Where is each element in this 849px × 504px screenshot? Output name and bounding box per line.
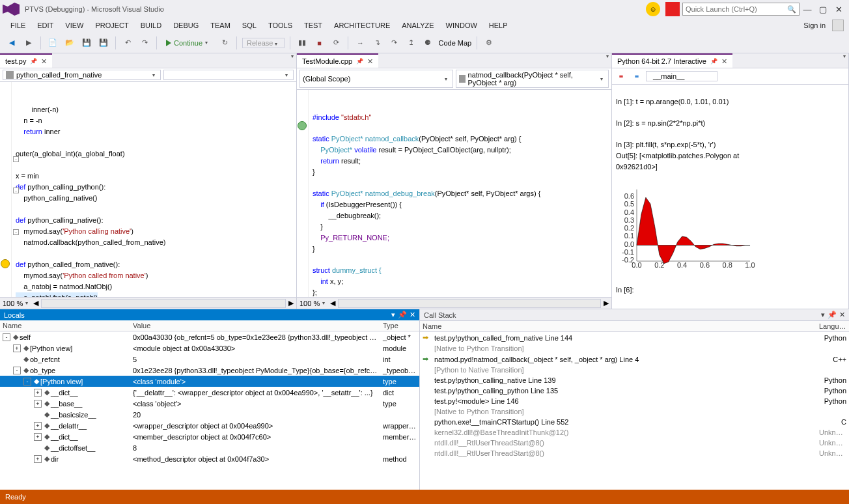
- expand-icon[interactable]: +: [34, 455, 42, 463]
- callstack-row[interactable]: python.exe!__tmainCRTStartup() Line 552C: [420, 417, 849, 427]
- h-scrollbar[interactable]: [338, 299, 601, 308]
- locals-header[interactable]: Name Value Type: [0, 320, 419, 331]
- callstack-row[interactable]: ntdll.dll!__RtlUserThreadStart@8()Unknow…: [420, 438, 849, 448]
- locals-row[interactable]: -◆ self0x00a43030 {ob_refcnt=5 ob_type=0…: [0, 331, 419, 343]
- menu-build[interactable]: BUILD: [135, 20, 167, 31]
- callstack-row[interactable]: ➡natmod.pyd!natmod_callback(_object * se…: [420, 354, 849, 365]
- locals-row[interactable]: +◆ [Python view]<module object at 0x00a4…: [0, 343, 419, 354]
- expand-icon[interactable]: +: [34, 389, 42, 397]
- callstack-row[interactable]: [Native to Python Transition]: [420, 343, 849, 354]
- menu-window[interactable]: WINDOW: [441, 20, 482, 31]
- close-tab-icon[interactable]: ✕: [41, 57, 47, 66]
- member-dropdown[interactable]: natmod_callback(PyObject * self, PyObjec…: [456, 70, 609, 88]
- nav-forward-icon[interactable]: ▶: [22, 36, 35, 49]
- callstack-row[interactable]: test.py!python_calling_native Line 139Py…: [420, 375, 849, 385]
- config-dropdown[interactable]: Release ▾: [242, 38, 285, 48]
- undo-icon[interactable]: ↶: [121, 36, 134, 49]
- callstack-header[interactable]: Name Language: [420, 321, 849, 332]
- stop-icon[interactable]: ■: [313, 36, 326, 49]
- callstack-row[interactable]: [Native to Python Transition]: [420, 406, 849, 417]
- locals-row[interactable]: +◆ __delattr__<wrapper_descriptor object…: [0, 420, 419, 431]
- code-editor[interactable]: inner(-n) n = -n return inner outer(a_gl…: [0, 82, 296, 297]
- expand-icon[interactable]: +: [13, 344, 21, 352]
- menu-view[interactable]: VIEW: [60, 20, 89, 31]
- scope-selector[interactable]: __main__: [646, 71, 717, 81]
- menu-analyze[interactable]: ANALYZE: [397, 20, 439, 31]
- menu-test[interactable]: TEST: [299, 20, 327, 31]
- feedback-smile-icon[interactable]: ☺: [646, 2, 660, 16]
- tab-overflow-icon[interactable]: ▾: [291, 53, 296, 68]
- menu-help[interactable]: HELP: [484, 20, 513, 31]
- expand-icon[interactable]: +: [34, 433, 42, 441]
- pin-icon[interactable]: 📌: [356, 58, 363, 64]
- scroll-right-icon[interactable]: ▶: [288, 299, 294, 307]
- restart-icon[interactable]: ↻: [218, 36, 231, 49]
- callstack-row[interactable]: ntdll.dll!__RtlUserThreadStart@8()Unknow…: [420, 448, 849, 458]
- step-over-icon[interactable]: ↷: [387, 36, 400, 49]
- show-next-statement-icon[interactable]: →: [354, 36, 367, 49]
- code-map-button[interactable]: Code Map: [438, 39, 471, 47]
- close-button[interactable]: ✕: [831, 5, 846, 14]
- close-icon[interactable]: ✕: [839, 311, 845, 319]
- locals-row[interactable]: ◆ __basicsize__20: [0, 409, 419, 420]
- callstack-title-bar[interactable]: Call Stack ▾📌✕: [420, 309, 849, 321]
- pin-icon[interactable]: 📌: [30, 58, 37, 64]
- expand-icon[interactable]: +: [34, 400, 42, 408]
- scroll-left-icon[interactable]: ◀: [33, 299, 38, 307]
- step-into-icon[interactable]: ↴: [370, 36, 383, 49]
- reset-icon[interactable]: ≡: [615, 70, 628, 83]
- locals-grid[interactable]: -◆ self0x00a43030 {ob_refcnt=5 ob_type=0…: [0, 331, 419, 490]
- menu-sql[interactable]: SQL: [237, 20, 262, 31]
- expand-icon[interactable]: -: [23, 378, 31, 385]
- scope-dropdown[interactable]: (Global Scope)▾: [299, 70, 453, 88]
- menu-debug[interactable]: DEBUG: [168, 20, 204, 31]
- pin-icon[interactable]: 📌: [398, 311, 407, 319]
- interactive-console[interactable]: In [1]: t = np.arange(0.0, 1.01, 0.01) I…: [612, 85, 848, 309]
- menu-team[interactable]: TEAM: [205, 20, 236, 31]
- zoom-level[interactable]: 100 %: [299, 300, 320, 307]
- locals-row[interactable]: ◆ __dictoffset__8: [0, 442, 419, 453]
- redo-icon[interactable]: ↷: [138, 36, 151, 49]
- refresh-icon[interactable]: ⟳: [329, 36, 342, 49]
- clear-icon[interactable]: ≡: [630, 70, 643, 83]
- nav-back-icon[interactable]: ◀: [5, 36, 18, 49]
- pin-icon[interactable]: 📌: [828, 311, 837, 319]
- callstack-row[interactable]: kernel32.dll!@BaseThreadInitThunk@12()Un…: [420, 427, 849, 438]
- locals-row[interactable]: +◆ dir<method_descriptor object at 0x004…: [0, 453, 419, 464]
- close-tab-icon[interactable]: ✕: [367, 57, 373, 66]
- h-scrollbar[interactable]: [41, 299, 286, 308]
- dropdown-icon[interactable]: ▾: [391, 311, 395, 319]
- chevron-down-icon[interactable]: ▾: [205, 40, 210, 46]
- user-avatar-icon[interactable]: [832, 20, 844, 31]
- menu-file[interactable]: FILE: [5, 20, 31, 31]
- locals-row[interactable]: +◆ __dict__<member_descriptor object at …: [0, 431, 419, 442]
- locals-row[interactable]: -◆ [Python view]<class 'module'>type: [0, 376, 419, 387]
- dropdown-icon[interactable]: ▾: [821, 311, 825, 319]
- hierarchy-icon[interactable]: ⚈: [421, 36, 434, 49]
- expand-icon[interactable]: +: [34, 422, 42, 430]
- break-all-icon[interactable]: ▮▮: [296, 36, 309, 49]
- callstack-row[interactable]: ➡test.py!python_called_from_native Line …: [420, 332, 849, 343]
- step-out-icon[interactable]: ↥: [404, 36, 417, 49]
- fold-icon[interactable]: -: [13, 188, 19, 193]
- minimize-button[interactable]: —: [800, 5, 815, 14]
- tab-overflow-icon[interactable]: ▾: [843, 53, 848, 68]
- close-tab-icon[interactable]: ✕: [721, 57, 727, 66]
- menu-edit[interactable]: EDIT: [32, 20, 59, 31]
- tab-overflow-icon[interactable]: ▾: [606, 53, 611, 68]
- locals-row[interactable]: +◆ __dict__{'__delattr__': <wrapper_desc…: [0, 387, 419, 398]
- callstack-row[interactable]: [Python to Native Transition]: [420, 365, 849, 375]
- scroll-right-icon[interactable]: ▶: [604, 299, 609, 307]
- locals-row[interactable]: +◆ __base__<class 'object'>type: [0, 398, 419, 409]
- fold-icon[interactable]: -: [13, 229, 19, 235]
- expand-icon[interactable]: -: [13, 367, 21, 374]
- callstack-row[interactable]: test.py!<module> Line 146Python: [420, 396, 849, 406]
- open-icon[interactable]: 📂: [63, 36, 76, 49]
- tab-testmodule-cpp[interactable]: TestModule.cpp 📌 ✕: [297, 53, 378, 68]
- menu-architecture[interactable]: ARCHITECTURE: [329, 20, 395, 31]
- tab-python-interactive[interactable]: Python 64-bit 2.7 Interactive 📌 ✕: [612, 53, 732, 68]
- locals-row[interactable]: ◆ ob_refcnt5int: [0, 354, 419, 365]
- code-editor[interactable]: #include "stdafx.h" static PyObject* nat…: [297, 90, 611, 297]
- tools-icon[interactable]: ⚙: [482, 36, 495, 49]
- pin-icon[interactable]: 📌: [710, 58, 717, 64]
